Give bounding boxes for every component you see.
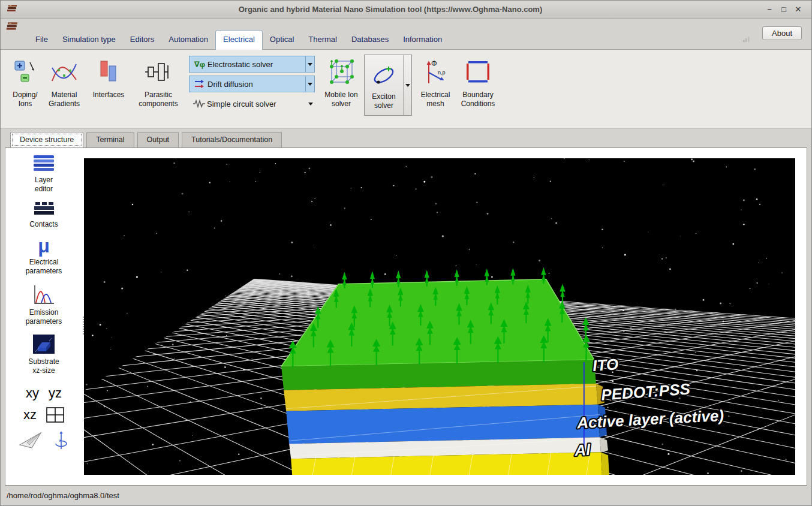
ribbon-item-label: Parasitic components	[134, 91, 182, 109]
menu-tab-electrical[interactable]: Electrical	[215, 30, 263, 50]
app-logo-icon	[7, 4, 19, 16]
window-title: Organic and hybrid Material Nano Simulat…	[19, 5, 762, 14]
device-structure-panel: Layer editor Contacts μ Electrical param…	[5, 147, 807, 486]
menu-tab-information[interactable]: Information	[396, 31, 449, 49]
ribbon-exciton-solver-button[interactable]: Exciton solver	[364, 55, 412, 116]
main-menu-tabs: File Simulation type Editors Automation …	[1, 19, 811, 50]
electrostatic-solver-row[interactable]: ∇φ Electrostatic solver	[189, 56, 315, 73]
svg-text:Φ: Φ	[431, 59, 437, 68]
menu-tab-simulation-type[interactable]: Simulation type	[55, 31, 123, 49]
tab-device-structure[interactable]: Device structure	[10, 132, 83, 147]
tab-output[interactable]: Output	[137, 132, 179, 147]
view-xy-button[interactable]: xy	[26, 385, 39, 401]
sidebar-layer-editor-button[interactable]: Layer editor	[29, 154, 59, 194]
simple-circuit-solver-row[interactable]: Simple circuit solver	[189, 95, 315, 112]
ribbon-item-label: Exciton solver	[366, 92, 401, 110]
ribbon-toolbar: Doping/ Ions Material Gradients Interfac…	[1, 50, 811, 129]
doping-ions-icon	[13, 55, 37, 89]
maximize-button[interactable]: □	[777, 5, 791, 14]
current-path: /home/rod/oghma/oghma8.0/test	[7, 491, 119, 500]
menu-tab-automation[interactable]: Automation	[161, 31, 215, 49]
dropdown-caret[interactable]	[305, 56, 314, 72]
sidebar-substrate-xz-size-button[interactable]: Substrate xz-size	[23, 333, 65, 375]
ribbon-mobile-ion-solver-button[interactable]: Mobile Ion solver	[321, 53, 362, 110]
menu-tab-editors[interactable]: Editors	[123, 31, 161, 49]
tab-terminal[interactable]: Terminal	[86, 132, 134, 147]
ribbon-item-label: Electrical mesh	[417, 91, 453, 109]
ribbon-item-label: Mobile Ion solver	[323, 91, 360, 109]
ribbon-doping-ions-button[interactable]: Doping/ Ions	[8, 53, 43, 110]
device-structure-sidebar: Layer editor Contacts μ Electrical param…	[5, 148, 82, 485]
chevron-down-icon	[308, 63, 312, 68]
ribbon-material-gradients-button[interactable]: Material Gradients	[44, 53, 85, 110]
solver-label: Simple circuit solver	[207, 100, 306, 109]
app-window: Organic and hybrid Material Nano Simulat…	[0, 0, 812, 506]
sidebar-item-label: Substrate xz-size	[23, 357, 65, 375]
view-xz-button[interactable]: xz	[23, 407, 37, 423]
solver-selector-group: ∇φ Electrostatic solver Drift diffusion …	[189, 56, 315, 112]
sidebar-electrical-parameters-button[interactable]: μ Electrical parameters	[22, 236, 65, 276]
ribbon-item-label: Material Gradients	[46, 91, 83, 109]
exciton-solver-icon	[370, 58, 398, 92]
sidebar-emission-parameters-button[interactable]: Emission parameters	[22, 283, 65, 326]
electrical-mesh-icon: Φn,p	[423, 55, 448, 89]
drift-diffusion-row[interactable]: Drift diffusion	[189, 76, 315, 92]
document-tab-bar: Device structure Terminal Output Tutoria…	[1, 129, 811, 147]
menu-tab-thermal[interactable]: Thermal	[301, 31, 344, 49]
svg-text:n,p: n,p	[438, 70, 446, 76]
solver-label: Electrostatic solver	[207, 60, 305, 69]
sidebar-item-label: Layer editor	[29, 176, 59, 194]
view-yz-button[interactable]: yz	[49, 385, 62, 401]
ribbon-item-label: Interfaces	[88, 91, 130, 100]
sidebar-item-label: Contacts	[29, 220, 58, 229]
minimize-button[interactable]: −	[762, 5, 777, 14]
about-button[interactable]: About	[762, 26, 802, 40]
drift-diffusion-icon	[192, 78, 207, 90]
paper-plane-icon[interactable]	[19, 432, 43, 452]
menu-tab-file[interactable]: File	[28, 31, 55, 49]
ribbon-parasitic-components-button[interactable]: Parasitic components	[133, 53, 184, 110]
layer-al-side	[601, 452, 609, 475]
dropdown-caret[interactable]	[305, 76, 314, 92]
dropdown-caret[interactable]	[403, 55, 411, 115]
ribbon-item-label: Boundary Conditions	[458, 91, 498, 109]
ribbon-boundary-conditions-button[interactable]: Boundary Conditions	[456, 53, 500, 110]
electrostatic-solver-icon: ∇φ	[192, 60, 207, 69]
solver-label: Drift diffusion	[207, 80, 305, 89]
dropdown-caret[interactable]	[306, 95, 315, 112]
menu-tab-databases[interactable]: Databases	[344, 31, 396, 49]
parasitic-components-icon	[145, 55, 172, 89]
ribbon-electrical-mesh-button[interactable]: Φn,p Electrical mesh	[416, 53, 455, 110]
boundary-conditions-icon	[465, 55, 491, 89]
layer-editor-icon	[32, 154, 56, 173]
signal-strength-icon	[743, 34, 750, 44]
ribbon-item-label: Doping/ Ions	[10, 91, 41, 109]
statusbar: /home/rod/oghma/oghma8.0/test	[1, 486, 811, 505]
sidebar-item-label: Electrical parameters	[22, 258, 65, 276]
material-gradients-icon	[50, 55, 78, 89]
grid-view-icon[interactable]	[46, 407, 64, 423]
rotate-view-icon[interactable]	[53, 430, 69, 453]
titlebar[interactable]: Organic and hybrid Material Nano Simulat…	[1, 1, 811, 19]
tab-tutorials-documentation[interactable]: Tutorials/Documentation	[182, 132, 282, 147]
mobile-ion-solver-icon	[327, 55, 356, 89]
ribbon-interfaces-button[interactable]: Interfaces	[86, 53, 131, 101]
layer-pedot-front	[286, 405, 600, 444]
sidebar-item-label: Emission parameters	[22, 308, 65, 326]
3d-viewport[interactable]: ITO PEDOT:PSS Active layer (active) Al	[84, 158, 795, 475]
chevron-down-icon	[308, 103, 313, 108]
menu-tab-optical[interactable]: Optical	[263, 31, 301, 49]
layer-label-al: Al	[573, 441, 591, 459]
emission-parameters-icon	[31, 283, 56, 306]
sidebar-contacts-button[interactable]: Contacts	[29, 201, 58, 229]
chevron-down-icon	[405, 84, 410, 89]
app-logo-icon	[5, 21, 20, 34]
close-button[interactable]: ✕	[791, 5, 805, 14]
3d-scene: ITO PEDOT:PSS Active layer (active) Al	[84, 158, 795, 475]
mu-icon: μ	[38, 236, 50, 255]
chevron-down-icon	[308, 83, 312, 88]
interfaces-icon	[97, 55, 120, 89]
layer-label-ito: ITO	[592, 355, 619, 375]
circuit-solver-icon	[191, 98, 207, 109]
device-stack	[281, 279, 609, 475]
